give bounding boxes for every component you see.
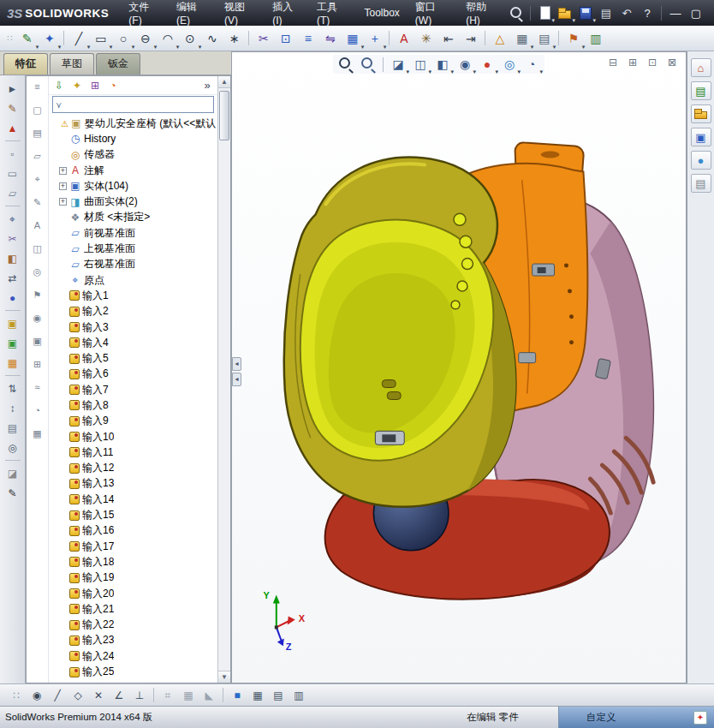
list-tool-icon[interactable]: ▤ bbox=[3, 419, 22, 437]
tree-import-item[interactable]: 输入12 bbox=[49, 461, 217, 476]
alert-icon[interactable]: ▲ bbox=[3, 119, 22, 137]
section-view-icon-arrow[interactable]: ▾ bbox=[406, 69, 409, 75]
tree-item[interactable]: ▱前视基准面 bbox=[49, 225, 217, 241]
snap-perpendicular-icon[interactable]: ⊥ bbox=[130, 687, 149, 704]
apply-scene-icon-arrow[interactable]: ▾ bbox=[517, 69, 521, 75]
scroll-down-icon[interactable]: ▼ bbox=[218, 671, 230, 683]
tree-item[interactable]: ◷History bbox=[49, 131, 217, 146]
point-icon[interactable]: ∗ bbox=[223, 28, 245, 49]
tab-sheet-metal[interactable]: 钣金 bbox=[96, 53, 140, 75]
linear-pattern-icon[interactable]: ▦▾ bbox=[342, 28, 363, 49]
timeline-icon[interactable]: ◔ bbox=[30, 403, 45, 417]
view-palette-icon[interactable]: ▣ bbox=[691, 128, 711, 146]
tree-import-item[interactable]: 输入6 bbox=[49, 367, 217, 382]
menu-item[interactable]: 文件(F) bbox=[121, 0, 169, 26]
tree-filter-input[interactable] bbox=[64, 98, 213, 111]
rectangle-icon[interactable]: ▭▾ bbox=[90, 28, 111, 49]
tree-import-item[interactable]: 输入23 bbox=[49, 633, 217, 648]
customize-label[interactable]: 自定义 bbox=[586, 711, 616, 724]
search-icon[interactable] bbox=[507, 4, 526, 22]
minimize-icon[interactable]: — bbox=[666, 4, 685, 22]
construction-geometry-icon[interactable]: ✳ bbox=[415, 28, 437, 49]
open-file-icon[interactable]: ▾ bbox=[556, 4, 574, 22]
reorder-icon[interactable]: ↕ bbox=[3, 399, 22, 417]
restore-icon[interactable]: ▢ bbox=[687, 4, 705, 22]
menu-flyout-icon[interactable]: ≡ bbox=[30, 80, 45, 93]
filter-vertex-icon[interactable]: ▫ bbox=[3, 145, 22, 163]
expand-toggle-icon[interactable]: + bbox=[59, 198, 67, 206]
display-pane-icon[interactable]: ▤ bbox=[30, 126, 45, 140]
tree-root-item[interactable]: ⚠▣婴幼儿安全座椅 (默认<<默认 bbox=[49, 116, 217, 131]
menu-item[interactable]: 窗口(W) bbox=[408, 0, 458, 26]
tree-import-item[interactable]: 输入3 bbox=[49, 319, 217, 335]
scroll-up-icon[interactable]: ▲ bbox=[218, 76, 230, 88]
measure-icon[interactable]: ⌖ bbox=[3, 210, 22, 228]
status-chip-icon[interactable]: ✦ bbox=[693, 711, 707, 725]
file-explorer-icon[interactable] bbox=[691, 104, 711, 123]
target-tool-icon[interactable]: ◎ bbox=[3, 439, 22, 456]
split-vertical-icon[interactable]: ⊞ bbox=[626, 56, 640, 69]
scroll-track[interactable] bbox=[218, 88, 230, 671]
expand-toggle-icon[interactable]: + bbox=[59, 182, 67, 190]
offset-entities-icon[interactable]: ≡ bbox=[297, 28, 318, 49]
undo-icon[interactable]: ↶ bbox=[617, 4, 636, 22]
zoom-fit-icon[interactable] bbox=[336, 55, 356, 74]
select-icon[interactable]: ► bbox=[3, 80, 22, 98]
tree-import-item[interactable]: 输入22 bbox=[49, 618, 217, 633]
view-settings-icon[interactable]: ◔▾ bbox=[521, 55, 542, 74]
propertymanager-tab-icon[interactable]: ✦ bbox=[69, 78, 85, 93]
expand-toggle-icon[interactable]: + bbox=[59, 167, 67, 175]
tree-item[interactable]: ▱右视基准面 bbox=[49, 257, 217, 272]
line-icon[interactable]: ╱▾ bbox=[68, 28, 89, 49]
transparent-display-icon[interactable]: ▢ bbox=[30, 103, 45, 116]
tree-import-item[interactable]: 输入10 bbox=[49, 429, 217, 445]
sketches-visibility-icon[interactable]: ✎ bbox=[30, 195, 45, 209]
tree-item[interactable]: +A注解 bbox=[49, 163, 217, 178]
tree-item[interactable]: ◎传感器 bbox=[49, 147, 217, 163]
save-icon-arrow[interactable]: ▾ bbox=[592, 17, 596, 23]
save-icon[interactable]: ▾ bbox=[576, 4, 595, 22]
expand-panel-icon[interactable]: » bbox=[199, 78, 215, 93]
tree-import-item[interactable]: 输入1 bbox=[49, 288, 217, 303]
dimension-left-icon[interactable]: ⇤ bbox=[437, 28, 459, 49]
smart-dimension-icon[interactable]: ✦▾ bbox=[39, 28, 60, 49]
split-display-icon[interactable]: ◫ bbox=[30, 242, 45, 255]
menu-item[interactable]: 编辑(E) bbox=[169, 0, 217, 26]
model-3d-view[interactable]: Y X Z bbox=[232, 52, 686, 682]
annotations-visibility-icon[interactable]: A bbox=[30, 218, 45, 232]
menu-item[interactable]: 帮助(H) bbox=[458, 0, 507, 26]
hide-show-items-icon-arrow[interactable]: ▾ bbox=[473, 69, 476, 75]
resources-home-icon[interactable]: ⌂ bbox=[691, 58, 711, 77]
eye-visibility-icon[interactable]: ◉ bbox=[30, 311, 45, 325]
menu-item[interactable]: 插入(I) bbox=[265, 0, 309, 26]
snap-line-icon[interactable]: ╱ bbox=[48, 687, 67, 704]
columns-icon[interactable]: ▥ bbox=[289, 687, 308, 704]
sketch-icon[interactable]: ✎▾ bbox=[16, 28, 38, 49]
tree-import-item[interactable]: 输入7 bbox=[49, 382, 217, 397]
collapse-panel-icon[interactable]: ◂ bbox=[232, 373, 241, 386]
edit-appearance-icon[interactable]: ●▾ bbox=[477, 55, 497, 74]
print-icon[interactable]: ▤ bbox=[597, 4, 616, 22]
solid-display-icon[interactable]: ▣ bbox=[30, 334, 45, 348]
menu-item[interactable]: 视图(V) bbox=[217, 0, 265, 26]
snap-polygon-icon[interactable]: ◇ bbox=[68, 687, 87, 704]
pattern-tool-icon[interactable]: ▦ bbox=[3, 354, 22, 372]
planes-visibility-icon[interactable]: ▱ bbox=[30, 149, 45, 163]
help-icon[interactable]: ? bbox=[638, 4, 657, 22]
tree-import-item[interactable]: 输入25 bbox=[49, 664, 217, 679]
scroll-thumb[interactable] bbox=[219, 91, 229, 140]
grid-visibility-icon[interactable]: ▦ bbox=[30, 427, 45, 440]
view-orientation-icon-arrow[interactable]: ▾ bbox=[428, 69, 431, 75]
menu-item[interactable]: 工具(T) bbox=[309, 0, 357, 26]
angle-snap-icon[interactable]: ◣ bbox=[199, 687, 218, 704]
body-folder-icon[interactable]: ▣ bbox=[3, 314, 22, 332]
tree-import-item[interactable]: 输入16 bbox=[49, 523, 217, 539]
flag-filter-icon[interactable]: ⚑ bbox=[30, 288, 45, 301]
tree-item[interactable]: +▣实体(104) bbox=[49, 178, 217, 194]
tree-import-item[interactable]: 输入8 bbox=[49, 397, 217, 413]
tab-features[interactable]: 特征 bbox=[3, 53, 48, 75]
tree-item[interactable]: ⌖原点 bbox=[49, 272, 217, 288]
apply-scene-icon[interactable]: ◎▾ bbox=[499, 55, 520, 74]
featuremanager-tab-icon[interactable]: ⇩ bbox=[51, 78, 67, 93]
expand-tree-icon[interactable]: ⊞ bbox=[30, 357, 45, 371]
